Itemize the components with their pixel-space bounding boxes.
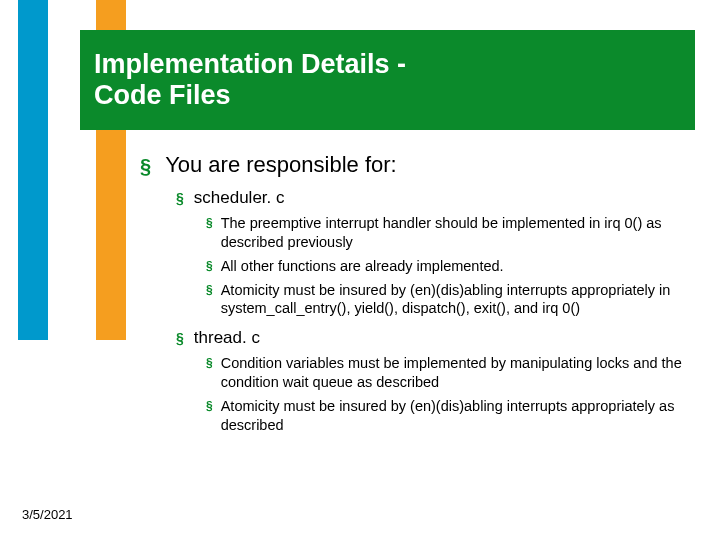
bullet-text: Atomicity must be insured by (en)(dis)ab… <box>221 281 700 319</box>
bullet-level3: § All other functions are already implem… <box>206 257 700 276</box>
bullet-level3: § Atomicity must be insured by (en)(dis)… <box>206 397 700 435</box>
title-box: Implementation Details - Code Files <box>80 30 695 130</box>
bullet-level3: § Condition variables must be implemente… <box>206 354 700 392</box>
bullet-text: scheduler. c <box>194 188 285 208</box>
bullet-marker: § <box>206 283 213 297</box>
bullet-text: You are responsible for: <box>165 152 397 178</box>
content-area: § You are responsible for: § scheduler. … <box>140 152 700 435</box>
bullet-marker: § <box>176 330 184 347</box>
bullet-text: The preemptive interrupt handler should … <box>221 214 700 252</box>
bullet-text: Atomicity must be insured by (en)(dis)ab… <box>221 397 700 435</box>
accent-bar-blue <box>18 0 48 340</box>
level3-group: § Condition variables must be implemente… <box>206 354 700 434</box>
bullet-marker: § <box>206 259 213 273</box>
bullet-level2: § scheduler. c <box>176 188 700 208</box>
bullet-level2: § thread. c <box>176 328 700 348</box>
bullet-text: Condition variables must be implemented … <box>221 354 700 392</box>
slide-title: Implementation Details - Code Files <box>80 49 406 111</box>
bullet-marker: § <box>206 399 213 413</box>
bullet-marker: § <box>140 154 151 178</box>
bullet-marker: § <box>206 356 213 370</box>
title-line-2: Code Files <box>94 80 231 110</box>
bullet-level1: § You are responsible for: <box>140 152 700 178</box>
slide: Implementation Details - Code Files § Yo… <box>0 0 720 540</box>
bullet-level3: § Atomicity must be insured by (en)(dis)… <box>206 281 700 319</box>
bullet-marker: § <box>176 190 184 207</box>
bullet-text: thread. c <box>194 328 260 348</box>
level3-group: § The preemptive interrupt handler shoul… <box>206 214 700 318</box>
bullet-level3: § The preemptive interrupt handler shoul… <box>206 214 700 252</box>
title-line-1: Implementation Details - <box>94 49 406 79</box>
bullet-text: All other functions are already implemen… <box>221 257 504 276</box>
footer-date: 3/5/2021 <box>22 507 73 522</box>
bullet-marker: § <box>206 216 213 230</box>
level2-group: § scheduler. c § The preemptive interrup… <box>176 188 700 435</box>
